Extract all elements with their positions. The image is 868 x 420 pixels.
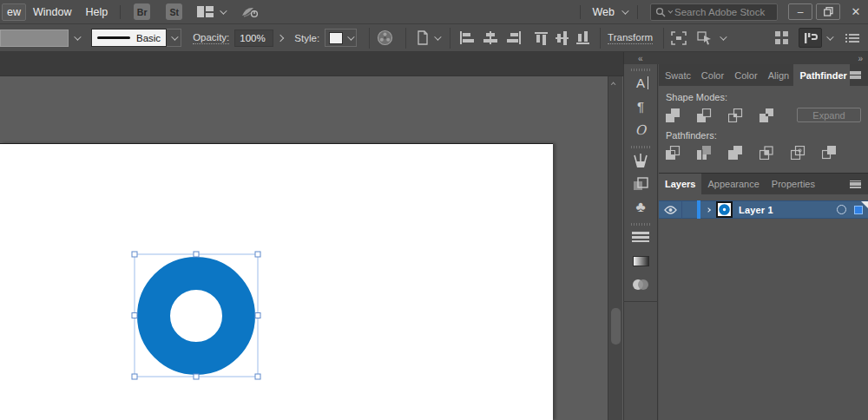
align-vertical-center-button[interactable] <box>556 31 569 45</box>
divider <box>120 5 121 19</box>
stroke-preview <box>97 36 130 39</box>
minimize-button[interactable]: – <box>788 3 812 20</box>
stroke-panel-icon[interactable] <box>626 226 655 249</box>
transparency-panel-icon[interactable] <box>626 272 655 296</box>
gradient-panel-icon[interactable] <box>626 249 655 272</box>
tab-layers[interactable]: Layers <box>659 174 701 194</box>
menu-help[interactable]: Help <box>78 3 115 21</box>
scale-corners-icon[interactable] <box>671 31 687 45</box>
tab-color-guide[interactable]: Color <box>728 64 761 86</box>
collapsed-panel-dock: A ¶ O ♣ <box>623 64 658 420</box>
expand-button[interactable]: Expand <box>797 108 861 122</box>
chevron-down-icon[interactable] <box>826 33 833 40</box>
scrollbar-thumb[interactable] <box>611 308 621 345</box>
stock-button[interactable]: St <box>166 3 182 20</box>
vertical-scrollbar[interactable] <box>608 76 622 420</box>
visibility-eye-icon[interactable] <box>659 206 681 214</box>
opacity-link[interactable]: Opacity: <box>193 32 229 44</box>
merge-button[interactable] <box>728 146 743 160</box>
chevron-down-icon[interactable] <box>621 7 628 14</box>
minus-front-button[interactable] <box>697 108 712 122</box>
style-swatch <box>329 32 343 44</box>
chevron-down-icon[interactable] <box>220 7 227 14</box>
recolor-artwork-icon[interactable] <box>377 30 393 46</box>
opacity-input[interactable] <box>234 30 273 47</box>
tab-color[interactable]: Color <box>695 64 728 86</box>
paragraph-panel-icon[interactable]: ¶ <box>626 95 655 118</box>
trim-button[interactable] <box>697 146 712 160</box>
expand-layer-chevron[interactable] <box>700 208 716 212</box>
crop-button[interactable] <box>760 146 774 160</box>
exclude-button[interactable] <box>760 108 774 122</box>
spacer <box>659 194 868 200</box>
menu-window[interactable]: Window <box>26 3 78 21</box>
corner-notch <box>861 201 868 208</box>
align-right-button[interactable] <box>506 31 522 44</box>
layer-name[interactable]: Layer 1 <box>739 205 837 215</box>
donut-ring[interactable] <box>154 273 239 358</box>
panel-menu-button[interactable] <box>850 174 868 194</box>
tab-properties[interactable]: Properties <box>766 174 821 194</box>
gpu-performance-icon[interactable] <box>240 5 259 18</box>
intersect-button[interactable] <box>728 108 743 122</box>
stroke-style-chevron-button[interactable] <box>167 29 181 47</box>
tab-pathfinder[interactable]: Pathfinder <box>793 64 850 86</box>
tab-appearance[interactable]: Appearance <box>701 174 765 194</box>
search-input[interactable] <box>674 7 773 17</box>
shape-modes-label: Shape Modes: <box>666 92 861 102</box>
opentype-panel-icon[interactable]: O <box>626 118 655 141</box>
opacity-expand-button[interactable] <box>273 30 287 47</box>
transform-link[interactable]: Transform <box>608 32 653 44</box>
menu-view[interactable]: ew <box>2 3 26 21</box>
symbols-panel-icon[interactable]: ♣ <box>626 195 655 219</box>
selected-donut-shape[interactable] <box>128 248 266 385</box>
collapse-dock-arrow[interactable]: « <box>638 54 643 63</box>
bridge-button[interactable]: Br <box>134 3 150 20</box>
align-buttons <box>459 31 589 45</box>
brushes-panel-icon[interactable] <box>626 148 655 172</box>
stroke-style-dropdown[interactable]: Basic <box>91 29 167 47</box>
chevron-down-icon[interactable] <box>74 33 81 40</box>
chevron-down-icon[interactable] <box>434 33 441 40</box>
layers-panel: Layer 1 <box>659 194 868 219</box>
divider <box>405 28 406 49</box>
layer-thumbnail[interactable] <box>716 201 733 218</box>
document-setup-icon[interactable] <box>415 30 430 45</box>
panel-group: Swatc Color Color Align Pathfinder Shape… <box>659 64 868 420</box>
chevron-down-icon <box>668 8 674 13</box>
minus-back-button[interactable] <box>822 146 837 160</box>
divider <box>681 200 682 219</box>
divide-button[interactable] <box>666 146 681 160</box>
graphic-style-dropdown[interactable] <box>325 29 357 47</box>
close-button[interactable]: ✕ <box>844 3 868 20</box>
align-top-button[interactable] <box>535 31 548 45</box>
graphic-styles-panel-icon[interactable] <box>626 172 655 195</box>
character-panel-icon[interactable]: A <box>626 71 655 95</box>
arrange-documents-icon[interactable] <box>775 31 788 44</box>
tab-align[interactable]: Align <box>762 64 794 86</box>
expand-dock-arrow[interactable]: » <box>858 54 863 63</box>
align-bottom-button[interactable] <box>576 31 589 45</box>
chevron-down-icon[interactable] <box>720 33 727 40</box>
scroll-up-arrow[interactable] <box>611 82 616 88</box>
profile-select[interactable]: Web <box>586 3 621 21</box>
fill-color-swatch[interactable] <box>0 30 69 47</box>
tab-swatches[interactable]: Swatc <box>659 64 695 86</box>
illustrator-window: ew Window Help Br St Web <box>0 0 868 420</box>
layer-row[interactable]: Layer 1 <box>659 200 868 219</box>
select-similar-icon[interactable] <box>697 31 714 45</box>
workspace-layout-button[interactable] <box>799 28 822 48</box>
align-left-button[interactable] <box>459 31 475 44</box>
pathfinders-label: Pathfinders: <box>666 130 861 141</box>
stock-search-box[interactable] <box>650 3 778 21</box>
menu-list-icon[interactable] <box>845 33 859 43</box>
align-horizontal-center-button[interactable] <box>483 31 498 44</box>
restore-button[interactable] <box>816 3 840 20</box>
style-label: Style: <box>294 33 319 43</box>
workspace-switcher-icon[interactable] <box>197 6 214 17</box>
outline-button[interactable] <box>791 146 806 160</box>
artboard[interactable] <box>0 143 553 420</box>
unite-button[interactable] <box>666 108 681 122</box>
target-circle-icon[interactable] <box>837 205 846 214</box>
panel-menu-button[interactable] <box>850 64 868 86</box>
